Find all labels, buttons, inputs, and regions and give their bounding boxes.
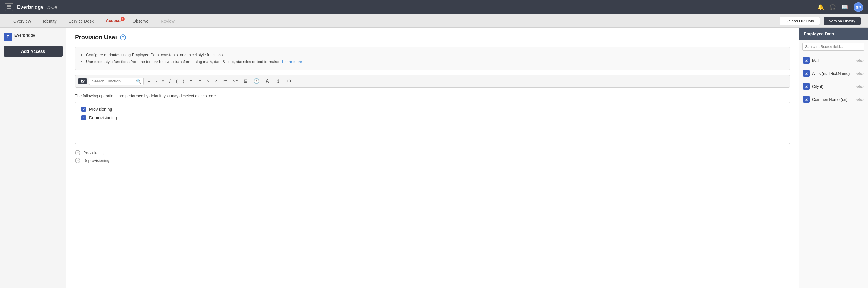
clock-icon-btn[interactable]: 🕐 [252, 77, 261, 86]
checkbox-provisioning-label: Provisioning [89, 107, 112, 112]
formula-search-wrapper: 🔍 [89, 77, 144, 85]
fx-label: fx [78, 78, 87, 84]
circle-deprovisioning-row: − Deprovisioning [75, 158, 790, 163]
main-layout: E Everbridge ℹ ⋯ Add Access Provision Us… [0, 28, 868, 288]
checkbox-deprovisioning: Deprovisioning [81, 115, 784, 120]
formula-bar: fx 🔍 + - * / ( ) = != > < <= >= ⊞ 🕐 A [75, 75, 790, 88]
field-city-icon [803, 83, 810, 90]
info-box: Configure attributes using Employee Data… [75, 47, 790, 70]
sidebar-menu-icon[interactable]: ⋯ [58, 34, 63, 40]
field-city[interactable]: City (l) (abc) [799, 80, 868, 93]
op-equals[interactable]: = [188, 78, 193, 84]
search-function-input[interactable] [92, 79, 134, 83]
operations-box: Provisioning Deprovisioning [75, 102, 790, 144]
employee-data-search-input[interactable] [803, 43, 864, 51]
avatar[interactable]: SP [854, 2, 863, 12]
info-icon-btn[interactable]: ℹ [274, 77, 282, 86]
op-minus[interactable]: - [154, 78, 158, 84]
op-less[interactable]: < [213, 78, 218, 84]
notification-icon[interactable]: 🔔 [817, 4, 824, 10]
book-icon[interactable]: 📖 [841, 4, 848, 10]
headset-icon[interactable]: 🎧 [829, 4, 836, 10]
field-mail-type: (abc) [856, 59, 864, 62]
org-info-icon: ℹ [14, 37, 35, 41]
op-greater-equal[interactable]: >= [231, 78, 239, 84]
circle-minus-provisioning[interactable]: − [75, 150, 80, 156]
tab-bar: Overview Identity Service Desk Access ! … [0, 14, 868, 28]
info-list: Configure attributes using Employee Data… [81, 51, 784, 65]
grid-icon-btn[interactable]: ⊞ [241, 77, 250, 86]
sidebar-org-left: E Everbridge ℹ [4, 33, 35, 41]
employee-data-header: Employee Data [799, 28, 868, 40]
field-common-name-type: (abc) [856, 97, 864, 101]
svg-rect-5 [805, 72, 808, 74]
checkbox-provisioning-check[interactable] [81, 107, 86, 112]
version-history-button[interactable]: Version History [824, 17, 861, 25]
add-access-button[interactable]: Add Access [4, 46, 63, 57]
field-mail-icon [803, 57, 810, 64]
field-alias[interactable]: Alias (mailNickName) (abc) [799, 67, 868, 80]
svg-rect-6 [805, 85, 808, 88]
operations-description: The following operations are performed b… [75, 94, 790, 98]
svg-rect-3 [9, 7, 11, 9]
page-title-row: Provision User ? [75, 34, 790, 41]
content-area: Provision User ? Configure attributes us… [66, 28, 799, 288]
app-status: Draft [48, 5, 57, 10]
font-icon-btn[interactable]: A [263, 77, 272, 86]
field-city-type: (abc) [856, 85, 864, 88]
field-mail[interactable]: Mail (abc) [799, 54, 868, 67]
page-help-icon[interactable]: ? [120, 34, 126, 40]
checkbox-deprovisioning-check[interactable] [81, 115, 86, 120]
settings-icon-btn[interactable]: ⚙ [285, 77, 293, 86]
tab-service-desk[interactable]: Service Desk [63, 14, 100, 28]
op-not-equals[interactable]: != [196, 78, 203, 84]
op-greater[interactable]: > [205, 78, 210, 84]
svg-rect-1 [9, 5, 11, 7]
svg-rect-0 [7, 5, 9, 7]
tab-bar-right: Upload HR Data Version History [780, 17, 861, 25]
upload-hr-button[interactable]: Upload HR Data [780, 17, 820, 25]
page-title: Provision User [75, 34, 118, 41]
formula-operators: + - * / ( ) = != > < <= >= [146, 78, 239, 84]
sidebar-org: E Everbridge ℹ ⋯ [4, 33, 63, 41]
top-bar: Everbridge Draft 🔔 🎧 📖 SP [0, 0, 868, 14]
employee-data-list: Mail (abc) Alias (mailNickName) (abc) [799, 54, 868, 288]
op-divide[interactable]: / [168, 78, 172, 84]
op-multiply[interactable]: * [161, 78, 165, 84]
checkbox-deprovisioning-label: Deprovisioning [89, 115, 117, 120]
search-icon: 🔍 [136, 79, 141, 84]
field-common-name-name: Common Name (cn) [812, 97, 854, 102]
checkbox-provisioning: Provisioning [81, 107, 784, 112]
op-less-equal[interactable]: <= [221, 78, 229, 84]
app-brand: Everbridge [17, 4, 44, 10]
top-bar-left: Everbridge Draft [5, 3, 57, 11]
tab-identity[interactable]: Identity [37, 14, 63, 28]
field-alias-icon [803, 70, 810, 77]
circle-provisioning-row: − Provisioning [75, 150, 790, 156]
org-icon: E [4, 33, 12, 41]
op-open-paren[interactable]: ( [175, 78, 179, 84]
op-plus[interactable]: + [146, 78, 151, 84]
field-alias-type: (abc) [856, 71, 864, 75]
svg-rect-7 [805, 98, 808, 100]
learn-more-link[interactable]: Learn more [282, 60, 302, 64]
tab-review: Review [155, 14, 181, 28]
field-city-name: City (l) [812, 84, 854, 89]
info-line-1: Configure attributes using Employee Data… [81, 51, 784, 58]
svg-rect-4 [805, 59, 808, 62]
access-badge: ! [121, 17, 125, 21]
app-logo-icon [5, 3, 13, 11]
op-close-paren[interactable]: ) [182, 78, 185, 84]
sidebar: E Everbridge ℹ ⋯ Add Access [0, 28, 66, 288]
employee-data-search-wrapper [799, 40, 868, 54]
tab-observe[interactable]: Observe [127, 14, 155, 28]
org-name: Everbridge [14, 33, 35, 37]
circle-minus-deprovisioning[interactable]: − [75, 158, 80, 163]
top-bar-right: 🔔 🎧 📖 SP [817, 2, 863, 12]
field-common-name[interactable]: Common Name (cn) (abc) [799, 93, 868, 106]
tab-bar-left: Overview Identity Service Desk Access ! … [7, 14, 181, 28]
employee-data-panel: Employee Data Mail (abc) [799, 28, 868, 288]
tab-overview[interactable]: Overview [7, 14, 37, 28]
tab-access[interactable]: Access ! [100, 14, 127, 28]
svg-rect-2 [7, 7, 9, 9]
